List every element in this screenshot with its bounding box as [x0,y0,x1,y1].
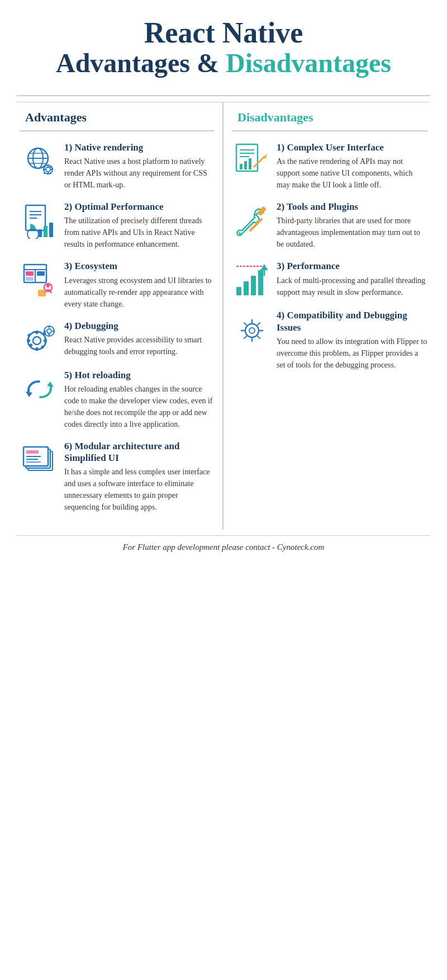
header: React Native Advantages & Disadvantages [0,0,447,89]
advantages-column: Advantages [17,102,224,530]
advantage-item-debugging: 4) Debugging React Native provides acces… [20,320,214,359]
svg-marker-64 [264,154,267,159]
svg-point-29 [46,284,50,288]
tools-plugins-desc: Third-party libraries that are used for … [277,215,427,250]
svg-rect-72 [258,270,263,295]
hot-reloading-title: 5) Hot reloading [64,369,214,381]
svg-rect-71 [251,276,256,295]
svg-rect-43 [48,326,50,328]
svg-line-85 [244,336,246,338]
compatibility-icon [232,309,271,348]
tools-plugins-title: 2) Tools and Plugins [277,201,427,213]
footer: For Flutter app development please conta… [17,535,430,563]
page: React Native Advantages & Disadvantages … [0,0,447,563]
title-line1: React Native [11,17,436,49]
ecosystem-desc: Leverages strong ecosystem and UI librar… [64,275,214,310]
svg-rect-44 [48,333,50,336]
svg-rect-36 [44,340,47,342]
modular-architecture-icon [20,440,59,479]
advantages-header: Advantages [20,102,214,131]
title-line2: Advantages & Disadvantages [11,49,436,78]
performance-desc: Lack of multi-processing and parallel th… [277,275,427,298]
svg-point-42 [47,329,51,333]
svg-rect-35 [27,340,30,342]
optimal-performance-title: 2) Optimal Performance [64,201,214,213]
disadvantages-word: Disadvantages [226,48,391,78]
disadvantages-column: Disadvantages [224,102,430,530]
top-divider [17,95,430,96]
svg-marker-48 [47,381,54,387]
disadvantage-item-compatibility: 4) Compatibility and Debugging Issues Yo… [232,309,427,371]
svg-point-77 [249,328,255,333]
svg-rect-30 [38,290,46,296]
svg-rect-69 [236,287,241,295]
native-rendering-icon [20,142,59,181]
svg-rect-70 [244,281,249,295]
ecosystem-title: 3) Ecosystem [64,260,214,272]
optimal-performance-text: 2) Optimal Performance The utilization o… [64,201,214,250]
svg-point-66 [239,232,241,234]
performance-text: 3) Performance Lack of multi-processing … [277,260,427,298]
svg-marker-47 [26,392,32,397]
optimal-performance-icon [20,201,59,240]
ecosystem-text: 3) Ecosystem Leverages strong ecosystem … [64,260,214,309]
hot-reloading-icon [20,369,59,408]
compatibility-desc: You need to allow its integration with F… [277,336,427,371]
svg-rect-52 [26,450,39,454]
tools-plugins-icon [232,201,271,240]
debugging-icon [20,320,59,359]
svg-point-76 [245,324,259,337]
svg-rect-61 [244,161,247,169]
ecosystem-icon [20,260,59,299]
advantage-item-optimal-performance: 2) Optimal Performance The utilization o… [20,201,214,250]
disadvantage-item-performance: 3) Performance Lack of multi-processing … [232,260,427,299]
svg-rect-45 [44,331,46,332]
svg-line-63 [255,157,264,166]
svg-rect-27 [26,277,34,281]
advantage-item-ecosystem: 3) Ecosystem Leverages strong ecosystem … [20,260,214,309]
modular-architecture-text: 6) Modular architecture and Simplified U… [64,440,214,513]
svg-point-32 [33,337,41,345]
advantage-item-hot-reloading: 5) Hot reloading Hot reloading enables c… [20,369,214,430]
footer-text: For Flutter app development please conta… [123,543,325,552]
native-rendering-title: 1) Native rendering [64,142,214,153]
svg-rect-33 [35,331,38,334]
complex-ui-title: 1) Complex User Interface [277,142,427,153]
svg-rect-20 [44,226,47,237]
svg-rect-46 [53,331,55,332]
native-rendering-text: 1) Native rendering React Native uses a … [64,142,214,191]
svg-rect-9 [43,169,45,171]
disadvantage-item-complex-ui: 1) Complex User Interface As the native … [232,142,427,191]
svg-marker-74 [260,265,268,270]
native-rendering-desc: React Native uses a host platform to nat… [64,156,214,191]
modular-architecture-title: 6) Modular architecture and Simplified U… [64,440,214,464]
svg-rect-21 [49,223,53,237]
hot-reloading-desc: Hot reloading enables changes in the sou… [64,383,214,430]
debugging-title: 4) Debugging [64,320,214,332]
complex-ui-icon [232,142,271,181]
hot-reloading-text: 5) Hot reloading Hot reloading enables c… [64,369,214,430]
advantage-item-modular-architecture: 6) Modular architecture and Simplified U… [20,440,214,513]
advantage-item-native-rendering: 1) Native rendering React Native uses a … [20,142,214,191]
svg-line-82 [244,323,246,325]
svg-rect-25 [26,271,34,276]
two-column-layout: Advantages [17,102,430,530]
disadvantages-header: Disadvantages [232,102,427,131]
svg-line-83 [258,336,260,338]
svg-rect-26 [37,271,45,276]
modular-architecture-desc: It has a simple and less complex user in… [64,466,214,513]
optimal-performance-desc: The utilization of precisely different t… [64,215,214,250]
compatibility-text: 4) Compatibility and Debugging Issues Yo… [277,309,427,371]
svg-line-65 [254,166,255,167]
performance-icon [232,260,271,299]
compatibility-title: 4) Compatibility and Debugging Issues [277,309,427,333]
advantages-disadvantages-prefix: Advantages & [56,48,226,78]
performance-title: 3) Performance [277,260,427,272]
svg-rect-60 [240,164,242,169]
complex-ui-desc: As the native rendering of APIs may not … [277,156,427,191]
debugging-text: 4) Debugging React Native provides acces… [64,320,214,357]
svg-rect-10 [51,169,53,171]
svg-rect-8 [47,172,49,175]
svg-rect-34 [35,347,38,351]
svg-rect-7 [47,164,49,167]
